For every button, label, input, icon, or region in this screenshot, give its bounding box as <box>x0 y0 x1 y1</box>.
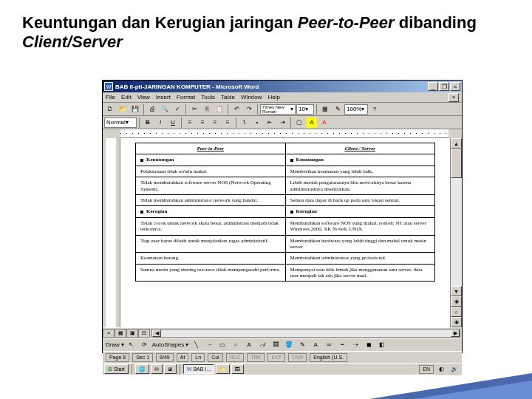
menu-help[interactable]: Help <box>268 94 280 100</box>
task-item-2[interactable]: 📁 <box>216 364 230 374</box>
menu-edit[interactable]: Edit <box>121 94 132 100</box>
print-icon[interactable]: 🖨 <box>146 103 158 115</box>
quick-launch-1[interactable]: 🌐 <box>135 364 149 374</box>
quick-launch-2[interactable]: ✉ <box>151 364 163 374</box>
close-button[interactable]: × <box>450 82 460 91</box>
new-icon[interactable]: 🗋 <box>104 103 116 115</box>
line-icon[interactable]: ╲ <box>190 339 202 351</box>
textbox-icon[interactable]: A <box>243 339 255 351</box>
align-left-icon[interactable]: ≡ <box>184 117 196 129</box>
cut-icon[interactable]: ✂ <box>188 103 200 115</box>
horizontal-ruler[interactable] <box>120 129 449 138</box>
undo-icon[interactable]: ↶ <box>231 103 242 115</box>
browse-object-icon[interactable]: ○ <box>451 307 462 317</box>
italic-icon[interactable]: I <box>154 117 166 129</box>
dashstyle-icon[interactable]: ┅ <box>336 339 348 351</box>
doc-close-button[interactable]: × <box>449 93 459 102</box>
menu-format[interactable]: Format <box>177 94 195 100</box>
scroll-track[interactable] <box>451 149 462 286</box>
next-page-icon[interactable]: ◉ <box>451 317 462 327</box>
document-page[interactable]: Peer-to-Peer Client / Server Keuntungan … <box>120 138 450 327</box>
select-icon[interactable]: ↖ <box>126 339 137 351</box>
autoshapes-menu[interactable]: AutoShapes <box>152 341 185 348</box>
fill-icon[interactable]: 🪣 <box>283 339 295 351</box>
tray-lang[interactable]: EN <box>419 365 434 374</box>
linestyle-icon[interactable]: ═ <box>323 339 335 351</box>
print-view-icon[interactable]: ▣ <box>126 329 138 338</box>
border-icon[interactable]: ▢ <box>293 117 305 129</box>
vertical-ruler[interactable] <box>106 138 116 327</box>
linecolor-icon[interactable]: ✎ <box>296 339 308 351</box>
scroll-down-icon[interactable]: ▼ <box>451 286 462 296</box>
scroll-up-icon[interactable]: ▲ <box>451 138 462 149</box>
status-lang[interactable]: English (U.S. <box>310 353 347 362</box>
scroll-right-icon[interactable]: ▶ <box>451 330 460 337</box>
bullist-icon[interactable]: • <box>251 117 263 129</box>
size-combo[interactable]: 10▾ <box>296 104 314 115</box>
title-bar[interactable]: W BAB II-pti-JARINGAN KOMPUTER - Microso… <box>103 81 462 92</box>
drawing-icon[interactable]: ✎ <box>332 103 344 115</box>
menu-view[interactable]: View <box>137 94 150 100</box>
draw-menu[interactable]: Draw <box>106 341 120 348</box>
3d-icon[interactable]: ◧ <box>376 339 388 351</box>
status-ovr[interactable]: OVR <box>288 353 307 362</box>
normal-view-icon[interactable]: ≡ <box>103 329 115 338</box>
wordart-icon[interactable]: 𝒜 <box>256 339 268 351</box>
shadow-icon[interactable]: ◼ <box>363 339 375 351</box>
clipart-icon[interactable]: 🖼 <box>270 339 282 351</box>
task-item-3[interactable]: 🖼 <box>231 364 244 374</box>
preview-icon[interactable]: 🔍 <box>159 103 171 115</box>
status-col: Col <box>208 353 223 362</box>
web-view-icon[interactable]: ▦ <box>115 329 126 338</box>
table-cell: Membutuhkan software NOS yang mahal, con… <box>285 217 435 235</box>
bold-icon[interactable]: B <box>142 117 154 129</box>
status-ext[interactable]: EXT <box>267 353 285 362</box>
redo-icon[interactable]: ↷ <box>243 103 255 115</box>
vertical-scrollbar[interactable]: ▲ ▼ ◉ ○ ◉ <box>450 138 462 327</box>
quick-launch-3[interactable]: 🖥 <box>164 364 177 374</box>
open-icon[interactable]: 📂 <box>117 103 129 115</box>
font-combo[interactable]: Times New Roman▾ <box>260 104 296 115</box>
prev-page-icon[interactable]: ◉ <box>451 296 462 307</box>
indent-icon[interactable]: ⇥ <box>276 117 288 129</box>
task-word[interactable]: WBAB I... <box>183 364 214 374</box>
help-icon[interactable]: ? <box>369 103 381 115</box>
minimize-button[interactable]: _ <box>428 82 438 91</box>
style-combo[interactable]: Normal▾ <box>104 117 137 128</box>
menu-tools[interactable]: Tools <box>201 94 215 100</box>
columns-icon[interactable]: ▦ <box>319 103 331 115</box>
status-rec[interactable]: REC <box>226 353 245 362</box>
fontcolor-icon[interactable]: A <box>318 117 330 129</box>
paste-icon[interactable]: 📋 <box>214 103 225 115</box>
align-center-icon[interactable]: ≡ <box>197 117 208 129</box>
menu-insert[interactable]: Insert <box>156 94 171 100</box>
rotate-icon[interactable]: ⟳ <box>139 339 151 351</box>
align-right-icon[interactable]: ≡ <box>209 117 221 129</box>
autoshapes-dropdown-icon[interactable]: ▾ <box>185 341 188 348</box>
menu-file[interactable]: File <box>106 94 115 100</box>
menu-window[interactable]: Window <box>241 94 262 100</box>
arrow-icon[interactable]: → <box>203 339 215 351</box>
scroll-left-icon[interactable]: ◀ <box>152 330 161 337</box>
draw-dropdown-icon[interactable]: ▾ <box>121 341 124 348</box>
justify-icon[interactable]: ≡ <box>222 117 233 129</box>
outline-view-icon[interactable]: ⊟ <box>138 329 150 338</box>
maximize-button[interactable]: ❐ <box>439 82 449 91</box>
numlist-icon[interactable]: ⒈ <box>239 117 250 129</box>
fontcolor2-icon[interactable]: A <box>310 339 321 351</box>
outdent-icon[interactable]: ⇤ <box>264 117 276 129</box>
highlight-icon[interactable]: A <box>306 117 318 129</box>
underline-icon[interactable]: U <box>167 117 179 129</box>
status-trk[interactable]: TRK <box>247 353 265 362</box>
start-button[interactable]: ⊞Start <box>104 364 129 374</box>
rectangle-icon[interactable]: ▭ <box>216 339 228 351</box>
oval-icon[interactable]: ○ <box>230 339 242 351</box>
copy-icon[interactable]: ⎘ <box>201 103 213 115</box>
zoom-combo[interactable]: 100%▾ <box>344 104 368 115</box>
scroll-thumb[interactable] <box>451 149 462 178</box>
arrowstyle-icon[interactable]: ⇢ <box>349 339 361 351</box>
horizontal-scrollbar[interactable]: ◀ ▶ <box>151 329 460 338</box>
menu-table[interactable]: Table <box>221 94 235 100</box>
save-icon[interactable]: 💾 <box>129 103 141 115</box>
spell-icon[interactable]: ✓ <box>171 103 183 115</box>
